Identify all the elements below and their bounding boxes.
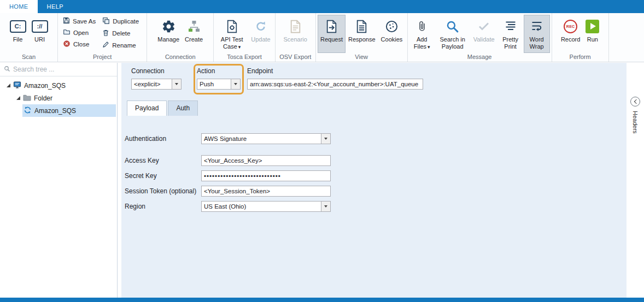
cookies-button[interactable]: Cookies — [378, 15, 406, 53]
dropdown-caret-icon: ▾ — [428, 44, 430, 50]
api-test-case-button[interactable]: API Test Case▾ — [215, 15, 248, 53]
tosca-export-group-label: Tosca Export — [214, 53, 274, 62]
update-button[interactable]: Update — [248, 15, 273, 53]
action-select[interactable]: Push — [197, 79, 241, 90]
expand-panel-button[interactable] — [630, 97, 640, 106]
menu-tab-help[interactable]: HELP — [38, 0, 73, 13]
record-icon: REC — [564, 17, 577, 35]
view-buttons: Request Response Cookies — [316, 13, 407, 53]
record-button[interactable]: REC Record — [558, 15, 583, 53]
chevron-down-icon[interactable] — [172, 79, 181, 89]
tree-sidebar: Amazon_SQS Folder Amazon_SQS — [0, 63, 118, 298]
search-in-payload-button[interactable]: Search in Payload — [435, 15, 471, 53]
session-token-row: Session Token (optional) — [125, 186, 627, 197]
selected-tree-item[interactable]: Amazon_SQS — [22, 104, 116, 117]
secret-key-input[interactable] — [201, 170, 331, 181]
connection-field-group: Connection <explicit> — [131, 67, 182, 90]
project-group-label: Project — [58, 53, 147, 62]
authentication-select[interactable]: AWS Signature — [201, 133, 331, 144]
tab-auth[interactable]: Auth — [168, 100, 198, 116]
request-button[interactable]: Request — [318, 15, 346, 53]
add-files-label: Add Files▾ — [412, 36, 432, 50]
ribbon: C: File :// URI Scan Save As — [0, 13, 644, 62]
chevron-down-icon[interactable] — [321, 202, 330, 211]
pretty-print-button[interactable]: Pretty Print — [497, 15, 524, 53]
tree-item-amazon-sqs-root[interactable]: Amazon_SQS — [0, 79, 117, 92]
create-button[interactable]: Create — [182, 15, 206, 53]
open-button[interactable]: Open — [62, 28, 97, 37]
connection-action-endpoint-row: Connection <explicit> Action Push Endpoi… — [121, 63, 627, 98]
manage-button[interactable]: Manage — [155, 15, 182, 53]
action-field-group: Action Push — [197, 67, 241, 90]
authentication-label: Authentication — [125, 135, 201, 143]
view-group-label: View — [316, 53, 407, 62]
sync-icon — [24, 106, 32, 116]
tree-item-amazon-sqs[interactable]: Amazon_SQS — [0, 104, 117, 117]
add-files-button[interactable]: Add Files▾ — [409, 15, 435, 53]
access-key-row: Access Key — [125, 155, 627, 166]
response-button[interactable]: Response — [346, 15, 378, 53]
save-as-button[interactable]: Save As — [62, 16, 97, 26]
ribbon-group-connection: Manage Create Connection — [147, 13, 214, 62]
project-col-1: Save As Open Close — [60, 15, 99, 53]
ribbon-group-view: Request Response Cookies View — [316, 13, 408, 62]
scan-group-label: Scan — [0, 53, 57, 62]
delete-button[interactable]: Delete — [101, 28, 143, 38]
osv-export-buttons: Scenario — [276, 13, 315, 53]
connection-buttons: Manage Create — [147, 13, 213, 53]
action-label: Action — [197, 67, 241, 75]
tosca-export-buttons: API Test Case▾ Update — [214, 13, 274, 53]
save-as-icon — [63, 17, 70, 25]
sitemap-icon — [188, 17, 201, 35]
scenario-document-icon — [290, 17, 301, 35]
payload-auth-tabs: Payload Auth — [121, 98, 627, 116]
connection-group-label: Connection — [147, 53, 213, 62]
close-button[interactable]: Close — [62, 39, 97, 49]
tree-search-input[interactable] — [13, 66, 113, 73]
expander-icon[interactable] — [16, 96, 20, 100]
access-key-input[interactable] — [201, 155, 331, 166]
chevron-down-icon[interactable] — [321, 134, 330, 144]
message-buttons: Add Files▾ Search in Payload Validate — [408, 13, 552, 53]
validate-button[interactable]: Validate — [471, 15, 497, 53]
uri-button[interactable]: :// URI — [29, 15, 51, 53]
file-button[interactable]: C: File — [7, 15, 29, 53]
duplicate-button[interactable]: Duplicate — [101, 16, 143, 26]
auth-tab-content: Authentication AWS Signature Access Key … — [121, 116, 627, 212]
menu-bar: HOME HELP — [0, 0, 644, 13]
secret-key-row: Secret Key — [125, 170, 627, 181]
search-icon — [4, 64, 10, 74]
scenario-button[interactable]: Scenario — [280, 15, 309, 53]
expander-icon[interactable] — [7, 84, 10, 87]
osv-export-group-label: OSV Export — [276, 53, 315, 62]
session-token-input[interactable] — [201, 186, 331, 197]
endpoint-input[interactable] — [247, 79, 423, 90]
tree-item-folder[interactable]: Folder — [0, 92, 117, 104]
endpoint-field-group: Endpoint — [247, 67, 423, 90]
tab-payload[interactable]: Payload — [127, 100, 167, 116]
session-token-label: Session Token (optional) — [125, 187, 201, 195]
rename-button[interactable]: Rename — [101, 40, 143, 50]
ribbon-group-tosca-export: API Test Case▾ Update Tosca Export — [214, 13, 275, 62]
gear-icon — [161, 17, 176, 35]
dropdown-caret-icon: ▾ — [238, 44, 241, 50]
connection-select[interactable]: <explicit> — [131, 79, 182, 90]
play-icon — [586, 17, 599, 35]
perform-buttons: REC Record Run — [552, 13, 608, 53]
app-window: HOME HELP C: File :// URI Scan — [0, 0, 644, 302]
duplicate-icon — [102, 17, 110, 26]
refresh-icon — [254, 17, 267, 35]
menu-tab-home[interactable]: HOME — [0, 0, 38, 13]
ribbon-group-project: Save As Open Close Duplicate — [58, 13, 147, 62]
chevron-down-icon[interactable] — [231, 79, 240, 89]
message-group-label: Message — [408, 53, 552, 62]
word-wrap-button[interactable]: Word Wrap — [524, 15, 550, 53]
run-button[interactable]: Run — [583, 15, 602, 53]
region-select[interactable]: US East (Ohio) — [201, 201, 331, 212]
ribbon-group-message: Add Files▾ Search in Payload Validate — [408, 13, 552, 62]
headers-tab[interactable]: Headers — [632, 111, 639, 134]
folder-icon — [23, 94, 31, 103]
ribbon-group-perform: REC Record Run Perform — [552, 13, 609, 62]
open-folder-icon — [63, 28, 71, 37]
chevron-left-icon — [634, 99, 638, 104]
